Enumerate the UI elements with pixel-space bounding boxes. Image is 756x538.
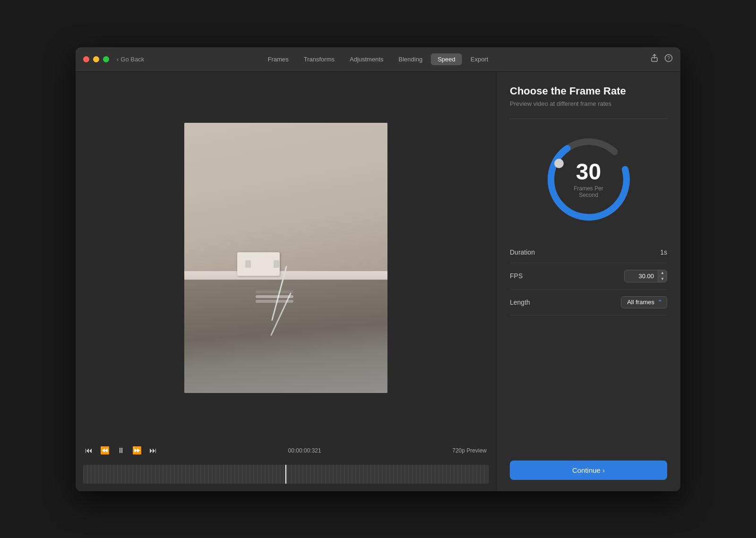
chevron-left-icon: ‹ <box>117 56 119 63</box>
panel-subtitle: Preview video at different frame rates <box>510 100 667 107</box>
app-window: ‹ Go Back Frames Transforms Adjustments … <box>76 47 680 491</box>
video-preview <box>83 79 489 436</box>
share-icon[interactable] <box>650 54 659 64</box>
tab-frames[interactable]: Frames <box>261 53 295 65</box>
skip-to-start-button[interactable]: ⏮ <box>85 446 93 455</box>
scrubber-handle[interactable] <box>285 465 286 484</box>
scrubber[interactable] <box>83 465 489 484</box>
fps-increment-button[interactable]: ▲ <box>658 270 667 276</box>
go-back-label: Go Back <box>120 56 144 63</box>
svg-point-5 <box>554 159 564 168</box>
video-frame <box>184 123 387 393</box>
playback-buttons: ⏮ ⏪ ⏸ ⏩ ⏭ <box>85 446 157 455</box>
close-button[interactable] <box>83 56 89 62</box>
minimize-button[interactable] <box>93 56 99 62</box>
length-value: All frames <box>627 299 654 306</box>
panel-title: Choose the Frame Rate <box>510 85 667 97</box>
fps-input-group[interactable]: ▲ ▼ <box>624 270 667 282</box>
prev-frame-button[interactable]: ⏪ <box>100 446 110 455</box>
length-label: Length <box>510 299 530 306</box>
dial-container[interactable]: 30 Frames Per Second <box>510 132 667 227</box>
next-frame-button[interactable]: ⏩ <box>132 446 142 455</box>
go-back-button[interactable]: ‹ Go Back <box>117 56 144 63</box>
tab-blending[interactable]: Blending <box>392 53 430 65</box>
continue-button[interactable]: Continue › <box>510 461 667 480</box>
timecode-display: 00:00:00:321 <box>288 447 321 454</box>
tab-adjustments[interactable]: Adjustments <box>343 53 390 65</box>
playback-controls: ⏮ ⏪ ⏸ ⏩ ⏭ 00:00:00:321 720p Preview <box>83 442 489 459</box>
left-panel: ⏮ ⏪ ⏸ ⏩ ⏭ 00:00:00:321 720p Preview <box>76 72 496 491</box>
length-dropdown[interactable]: All frames ⌃ <box>621 296 667 308</box>
traffic-lights <box>83 56 109 62</box>
fps-row: FPS ▲ ▼ <box>510 263 667 290</box>
main-content: ⏮ ⏪ ⏸ ⏩ ⏭ 00:00:00:321 720p Preview Choo… <box>76 72 680 491</box>
nav-tabs: Frames Transforms Adjustments Blending S… <box>261 53 495 65</box>
quality-label: 720p Preview <box>452 447 487 454</box>
help-icon[interactable]: ? <box>664 54 673 64</box>
dial-unit: Frames Per Second <box>565 185 612 198</box>
tab-export[interactable]: Export <box>464 53 495 65</box>
continue-label: Continue › <box>572 466 605 474</box>
tab-speed[interactable]: Speed <box>431 53 462 65</box>
duration-value: 1s <box>660 248 667 256</box>
dropdown-arrow-icon: ⌃ <box>657 299 663 306</box>
maximize-button[interactable] <box>103 56 109 62</box>
fps-label: FPS <box>510 272 523 280</box>
divider <box>510 119 667 119</box>
spacer <box>510 351 667 461</box>
dial-value: 30 <box>565 161 612 183</box>
duration-row: Duration 1s <box>510 242 667 263</box>
fps-stepper: ▲ ▼ <box>658 270 667 282</box>
length-row: Length All frames ⌃ <box>510 290 667 316</box>
dial-center: 30 Frames Per Second <box>565 161 612 198</box>
fps-dial[interactable]: 30 Frames Per Second <box>541 132 636 227</box>
tab-transforms[interactable]: Transforms <box>297 53 341 65</box>
fields-container: Duration 1s FPS ▲ ▼ Lengt <box>510 242 667 351</box>
right-panel: Choose the Frame Rate Preview video at d… <box>496 72 680 491</box>
svg-text:?: ? <box>667 56 670 61</box>
duration-label: Duration <box>510 248 535 256</box>
fps-input[interactable] <box>625 271 658 282</box>
fps-decrement-button[interactable]: ▼ <box>658 276 667 282</box>
skip-to-end-button[interactable]: ⏭ <box>149 446 157 455</box>
play-pause-button[interactable]: ⏸ <box>117 446 125 455</box>
titlebar-actions: ? <box>650 54 673 64</box>
titlebar: ‹ Go Back Frames Transforms Adjustments … <box>76 47 680 72</box>
